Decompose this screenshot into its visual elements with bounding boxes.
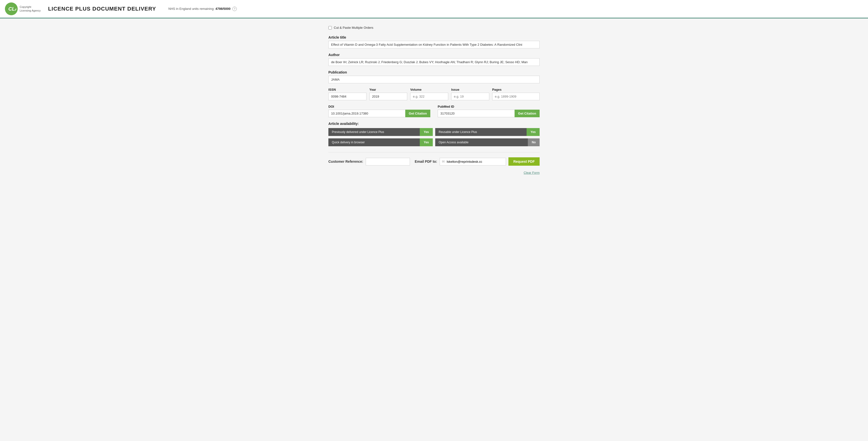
avail-item-0: Previously delivered under Licence Plus … [329,128,433,136]
author-group: Author [329,53,539,66]
email-label: Email PDF to: [415,159,437,164]
availability-title: Article availability: [329,122,539,126]
email-group: Email PDF to: ✉ Request PDF [415,157,539,166]
customer-ref-group: Customer Reference: [329,158,410,166]
clear-form-row: Clear Form [329,171,539,175]
cla-logo: CLA [5,2,18,15]
logo-area: CLA Copyright Licensing Agency [5,2,41,15]
page-title: LICENCE PLUS DOCUMENT DELIVERY [48,6,156,12]
avail-item-2: Quick delivery in browser Yes [329,138,433,146]
email-icon: ✉ [440,159,447,164]
doi-group: DOI Get Citation [329,105,430,117]
get-citation-doi-button[interactable]: Get Citation [405,110,430,117]
year-label: Year [369,88,407,91]
issn-input[interactable] [329,93,367,100]
availability-section: Article availability: Previously deliver… [329,122,539,146]
doi-label: DOI [329,105,430,109]
publication-group: Publication [329,70,539,83]
issue-input[interactable] [451,93,489,100]
pages-group: Pages [492,88,539,100]
year-group: Year [369,88,407,100]
avail-label-1: Reusable under Licence Plus [435,128,527,136]
avail-badge-3: No [528,138,539,146]
nhs-units: 4798/5000 [215,7,230,10]
year-input[interactable] [369,93,407,100]
avail-label-3: Open Access available [435,138,528,146]
pubmed-label: PubMed ID [438,105,539,109]
customer-ref-input[interactable] [366,158,410,166]
doi-input-row: Get Citation [329,110,430,117]
cut-paste-row: Cut & Paste Multiple Orders [329,26,539,29]
svg-text:CLA: CLA [8,6,16,11]
avail-label-2: Quick delivery in browser [329,138,420,146]
doi-pubmed-row: DOI Get Citation PubMed ID Get Citation [329,105,539,117]
request-pdf-button[interactable]: Request PDF [508,157,539,166]
pages-input[interactable] [492,93,539,100]
pubmed-group: PubMed ID Get Citation [438,105,539,117]
avail-badge-2: Yes [420,138,433,146]
fields-row: ISSN Year Volume Issue Pages [329,88,539,100]
bottom-row: Customer Reference: Email PDF to: ✉ Requ… [329,157,539,166]
volume-group: Volume [410,88,448,100]
header: CLA Copyright Licensing Agency LICENCE P… [0,0,868,19]
publication-label: Publication [329,70,539,74]
publication-input[interactable] [329,76,539,83]
nhs-info: NHS in England units remaining: 4798/500… [168,7,237,11]
avail-item-3: Open Access available No [435,138,539,146]
get-citation-pubmed-button[interactable]: Get Citation [515,110,539,117]
divider [329,152,539,152]
email-input[interactable] [447,158,506,165]
availability-grid: Previously delivered under Licence Plus … [329,128,539,146]
help-icon[interactable]: ? [232,7,237,11]
customer-ref-label: Customer Reference: [329,159,363,164]
issn-label: ISSN [329,88,367,91]
doi-input[interactable] [329,110,405,117]
logo-text: Copyright Licensing Agency [20,5,41,13]
email-input-wrap: ✉ [440,158,506,166]
pubmed-input-row: Get Citation [438,110,539,117]
volume-input[interactable] [410,93,448,100]
article-title-group: Article title [329,35,539,49]
issn-group: ISSN [329,88,367,100]
cut-paste-checkbox[interactable] [329,26,332,29]
author-input[interactable] [329,58,539,66]
author-label: Author [329,53,539,57]
avail-label-0: Previously delivered under Licence Plus [329,128,420,136]
issue-label: Issue [451,88,489,91]
pubmed-input[interactable] [438,110,515,117]
cut-paste-label: Cut & Paste Multiple Orders [334,26,373,29]
avail-badge-0: Yes [420,128,433,136]
avail-badge-1: Yes [527,128,539,136]
article-title-label: Article title [329,35,539,39]
main-content: Cut & Paste Multiple Orders Article titl… [323,26,545,175]
pages-label: Pages [492,88,539,91]
issue-group: Issue [451,88,489,100]
clear-form-button[interactable]: Clear Form [524,171,539,175]
avail-item-1: Reusable under Licence Plus Yes [435,128,539,136]
volume-label: Volume [410,88,448,91]
article-title-input[interactable] [329,41,539,49]
